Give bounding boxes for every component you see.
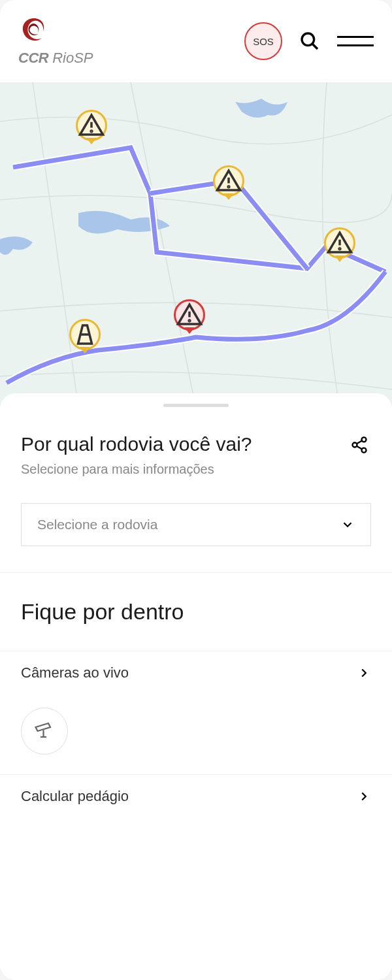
search-button[interactable] [295, 27, 324, 56]
svg-point-8 [339, 248, 340, 250]
stay-informed-heading: Fique por dentro [0, 573, 392, 651]
warning-icon [215, 167, 242, 195]
warning-icon [326, 229, 353, 257]
logo-swirl-icon [18, 16, 50, 47]
brand-main: CCR [18, 50, 48, 67]
chevron-down-icon [340, 517, 355, 532]
highway-select[interactable]: Selecione a rodovia [21, 503, 371, 546]
question-subtitle: Selecione para mais informações [21, 462, 371, 477]
map-marker-construction[interactable] [69, 319, 101, 350]
warning-icon [78, 112, 105, 139]
menu-button[interactable] [337, 27, 374, 56]
share-button[interactable] [348, 433, 371, 457]
map-marker-warning[interactable] [213, 165, 244, 197]
sos-label: SOS [253, 36, 274, 47]
list-item-label: Câmeras ao vivo [21, 664, 129, 681]
cone-icon [71, 321, 99, 348]
map-marker-warning[interactable] [76, 110, 107, 141]
drag-handle[interactable] [163, 404, 229, 407]
svg-point-6 [228, 186, 229, 188]
warning-icon [176, 301, 203, 329]
svg-point-12 [362, 437, 367, 442]
camera-icon [33, 719, 56, 743]
camera-thumbnail[interactable] [21, 708, 68, 755]
svg-line-1 [312, 44, 318, 49]
bottom-panel: Por qual rodovia você vai? Selecione par… [0, 393, 392, 980]
select-placeholder: Selecione a rodovia [37, 517, 157, 532]
svg-point-13 [353, 443, 357, 448]
brand-sub: RioSP [52, 50, 93, 67]
list-item-label: Calcular pedágio [21, 788, 129, 805]
share-icon [350, 436, 368, 454]
menu-line-icon [337, 36, 374, 38]
svg-point-14 [362, 448, 367, 453]
map-marker-alert[interactable] [174, 299, 205, 331]
svg-point-0 [302, 33, 314, 46]
map-marker-warning[interactable] [324, 227, 355, 259]
map[interactable] [0, 82, 392, 409]
svg-point-10 [189, 320, 190, 321]
svg-line-16 [357, 446, 362, 449]
list-item-cameras[interactable]: Câmeras ao vivo [0, 651, 392, 694]
header: CCR RioSP SOS [0, 0, 392, 82]
list-item-toll[interactable]: Calcular pedágio [0, 775, 392, 818]
search-icon [299, 31, 320, 52]
sos-button[interactable]: SOS [244, 22, 282, 60]
logo[interactable]: CCR RioSP [18, 16, 231, 67]
question-title: Por qual rodovia você vai? [21, 433, 252, 455]
svg-point-4 [91, 131, 92, 132]
svg-line-15 [357, 441, 362, 444]
menu-line-icon [337, 44, 374, 46]
chevron-right-icon [357, 666, 371, 680]
chevron-right-icon [357, 789, 371, 804]
